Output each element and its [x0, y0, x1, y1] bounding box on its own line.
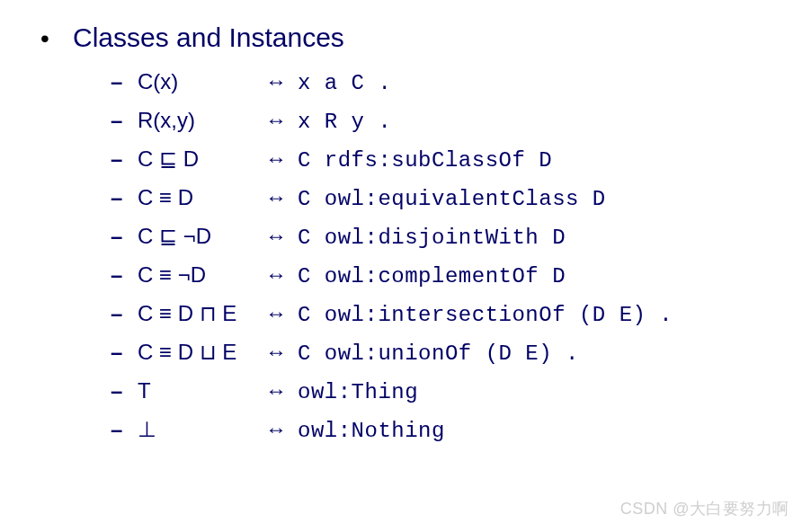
notation-left: C(x)	[138, 69, 265, 94]
dash-icon: –	[111, 108, 138, 133]
list-item: – C ⊑ ¬D ↔ C owl:disjointWith D	[111, 224, 771, 250]
dash-icon: –	[111, 301, 138, 326]
notation-right: C owl:complementOf D	[298, 264, 566, 288]
heading-row: • Classes and Instances	[40, 22, 771, 53]
list-item: – C ≡ ¬D ↔ C owl:complementOf D	[111, 262, 771, 288]
items-list: – C(x) ↔ x a C . – R(x,y) ↔ x R y . – C …	[40, 69, 771, 443]
list-item: – C ⊑ D ↔ C rdfs:subClassOf D	[111, 146, 771, 173]
notation-right: C rdfs:subClassOf D	[298, 148, 552, 173]
dash-icon: –	[111, 417, 138, 442]
list-item: – C ≡ D ↔ C owl:equivalentClass D	[111, 185, 771, 211]
arrow-icon: ↔	[265, 301, 298, 326]
notation-right: C owl:disjointWith D	[298, 226, 566, 250]
list-item: – T ↔ owl:Thing	[111, 378, 771, 404]
notation-left: C ⊑ D	[138, 146, 265, 172]
heading-text: Classes and Instances	[73, 22, 344, 53]
notation-right: x a C .	[298, 71, 391, 95]
arrow-icon: ↔	[265, 146, 298, 172]
arrow-icon: ↔	[265, 108, 298, 133]
arrow-icon: ↔	[265, 185, 298, 210]
notation-right: C owl:unionOf (D E) .	[298, 341, 579, 366]
arrow-icon: ↔	[265, 417, 298, 442]
notation-left: R(x,y)	[138, 108, 265, 133]
watermark-text: CSDN @大白要努力啊	[620, 498, 789, 519]
arrow-icon: ↔	[265, 69, 298, 94]
notation-left: ⊥	[138, 417, 265, 442]
arrow-icon: ↔	[265, 378, 298, 403]
dash-icon: –	[111, 378, 138, 403]
arrow-icon: ↔	[265, 224, 298, 249]
notation-left: T	[138, 378, 265, 403]
notation-right: owl:Nothing	[298, 419, 445, 443]
list-item: – C ≡ D ⊔ E ↔ C owl:unionOf (D E) .	[111, 340, 771, 366]
dash-icon: –	[111, 146, 138, 172]
dash-icon: –	[111, 185, 138, 210]
notation-left: C ≡ ¬D	[138, 262, 265, 288]
list-item: – C(x) ↔ x a C .	[111, 69, 771, 95]
arrow-icon: ↔	[265, 340, 298, 365]
notation-left: C ≡ D ⊓ E	[138, 301, 265, 326]
notation-right: x R y .	[298, 110, 391, 134]
dash-icon: –	[111, 224, 138, 249]
notation-left: C ≡ D ⊔ E	[138, 340, 265, 365]
arrow-icon: ↔	[265, 262, 298, 288]
list-item: – C ≡ D ⊓ E ↔ C owl:intersectionOf (D E)…	[111, 301, 771, 327]
bullet-icon: •	[40, 26, 73, 51]
notation-left: C ≡ D	[138, 185, 265, 210]
list-item: – R(x,y) ↔ x R y .	[111, 108, 771, 134]
dash-icon: –	[111, 69, 138, 94]
notation-right: C owl:intersectionOf (D E) .	[298, 303, 673, 327]
list-item: – ⊥ ↔ owl:Nothing	[111, 417, 771, 443]
dash-icon: –	[111, 262, 138, 288]
notation-right: owl:Thing	[298, 380, 418, 404]
notation-left: C ⊑ ¬D	[138, 224, 265, 249]
notation-right: C owl:equivalentClass D	[298, 187, 606, 211]
dash-icon: –	[111, 340, 138, 365]
